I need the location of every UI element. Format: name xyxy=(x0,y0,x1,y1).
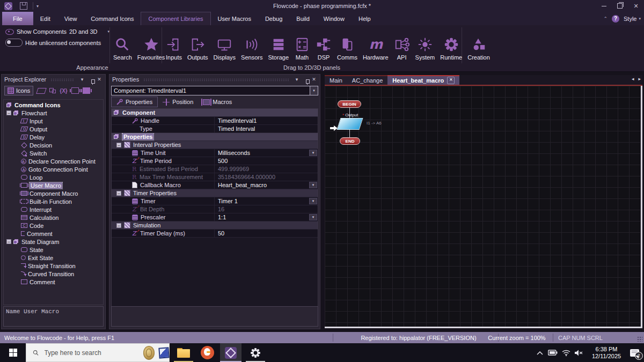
menu-user-macros[interactable]: User Macros xyxy=(211,12,258,25)
box-image[interactable] xyxy=(159,347,170,358)
storage-button[interactable]: Storage xyxy=(265,27,291,61)
chevron-down-icon[interactable]: ▾ xyxy=(310,86,318,95)
subgroup-timer-properties[interactable]: Timer Properties xyxy=(112,189,318,197)
restore-button[interactable] xyxy=(612,0,628,12)
toggle-off-icon[interactable] xyxy=(5,39,23,47)
property-row-type[interactable]: Type Timed Interval xyxy=(112,125,318,133)
tree-item-interrupt[interactable]: Interrupt xyxy=(4,205,103,213)
tab-properties[interactable]: Properties xyxy=(111,97,158,107)
property-row-callback-macro[interactable]: Callback Macro Heart_beat_macro▾ xyxy=(112,181,318,189)
start-button[interactable] xyxy=(0,343,26,362)
group-row-properties[interactable]: Properties xyxy=(112,133,318,141)
tray-expand-button[interactable] xyxy=(535,343,545,362)
flowchart-canvas[interactable]: BEGIN * Output I1 -> A6 END xyxy=(325,85,642,328)
duckduckgo-button[interactable] xyxy=(196,343,218,362)
canvas-horizontal-scrollbar[interactable] xyxy=(325,327,641,328)
close-button[interactable]: ✕ xyxy=(628,0,644,12)
component-selector[interactable]: Component: TimedInterval1 ▾ xyxy=(111,86,318,95)
menu-view[interactable]: View xyxy=(57,12,84,25)
menu-command-icons[interactable]: Command Icons xyxy=(84,12,141,25)
panel-drag-handle[interactable] xyxy=(143,78,289,81)
output-icon-shape[interactable] xyxy=(336,118,363,130)
tree-item-straight-transition[interactable]: Straight Transition xyxy=(4,262,103,270)
tree-group-flowchart[interactable]: Flowchart xyxy=(4,109,103,117)
hide-unlicensed-control[interactable]: Hide unlicensed components xyxy=(5,39,101,47)
hardware-button[interactable]: m Hardware xyxy=(360,27,391,61)
close-icon[interactable]: ✕ xyxy=(96,77,103,82)
tree-item-curved-transition[interactable]: Curved Transition xyxy=(4,270,103,278)
close-tab-icon[interactable] xyxy=(447,77,455,84)
tree-item-component-macro[interactable]: Component Macro xyxy=(4,189,103,197)
canvas-vertical-scrollbar[interactable] xyxy=(641,86,642,328)
panel-menu-icon[interactable]: ▾ xyxy=(79,77,85,82)
api-button[interactable]: API xyxy=(391,27,413,61)
tree-item-input[interactable]: Input xyxy=(4,117,103,125)
collapse-icon[interactable] xyxy=(116,191,121,196)
group-row-component[interactable]: Component xyxy=(112,109,318,117)
collapse-icon[interactable] xyxy=(116,143,121,147)
battery-status[interactable] xyxy=(546,343,559,362)
show-components-value[interactable]: 2D and 3D xyxy=(69,28,98,35)
tree-item-code[interactable]: Code xyxy=(4,221,103,230)
tree-root[interactable]: Command Icons xyxy=(4,101,103,109)
menu-build[interactable]: Build xyxy=(289,12,316,25)
tree-item-delay[interactable]: Delay xyxy=(4,133,103,141)
property-row-handle[interactable]: Handle TimedInterval1 xyxy=(112,117,318,125)
runtime-button[interactable]: Runtime xyxy=(437,27,465,61)
comms-button[interactable]: Comms xyxy=(334,27,360,61)
tree-item-exit-state[interactable]: Exit State xyxy=(4,254,103,262)
property-row-timer-delay[interactable]: Timer Delay (ms) 50 xyxy=(112,230,318,238)
action-center-button[interactable]: 2 xyxy=(625,343,644,362)
tree-item-calculation[interactable]: Calculation xyxy=(4,213,103,221)
search-input[interactable] xyxy=(43,349,126,357)
components-filter-icon[interactable] xyxy=(49,88,56,93)
tab-macros[interactable]: Macros xyxy=(198,97,237,107)
close-icon[interactable]: ✕ xyxy=(311,77,317,82)
sensors-button[interactable]: Sensors xyxy=(238,27,265,61)
medal-image[interactable] xyxy=(143,346,155,360)
tab-position[interactable]: Position xyxy=(158,97,198,107)
tree-item-output[interactable]: Output xyxy=(4,125,103,133)
settings-button[interactable] xyxy=(245,343,266,362)
math-button[interactable]: Math xyxy=(291,27,313,61)
collapse-icon[interactable] xyxy=(6,239,11,244)
collapse-icon[interactable] xyxy=(6,110,11,115)
panel-drag-handle[interactable] xyxy=(50,78,75,81)
dsp-button[interactable]: DSP xyxy=(313,27,334,61)
property-row-prescaler[interactable]: Prescaler 1:1▾ xyxy=(112,213,318,221)
scroll-tabs-right-icon[interactable]: ▸ xyxy=(638,76,641,82)
favourites-button[interactable]: Favourites xyxy=(135,27,167,61)
property-row-time-period[interactable]: Time Period 500 xyxy=(112,157,318,165)
volume-status[interactable] xyxy=(572,343,585,362)
chevron-down-icon[interactable]: ▾ xyxy=(309,150,317,156)
system-button[interactable]: System xyxy=(413,27,438,61)
chevron-down-icon[interactable]: ▾ xyxy=(309,198,317,204)
tree-item-comment[interactable]: Comment xyxy=(4,230,103,238)
tree-item-loop[interactable]: Loop xyxy=(4,173,103,181)
style-dropdown[interactable]: Style▾ xyxy=(624,16,641,22)
resize-grip[interactable] xyxy=(637,336,642,342)
menu-debug[interactable]: Debug xyxy=(258,12,289,25)
flowcode-taskbar-button[interactable] xyxy=(220,343,241,362)
variables-filter-icon[interactable]: {X} xyxy=(60,88,67,94)
collapse-ribbon-icon[interactable]: ⌃ xyxy=(603,16,608,21)
tree-group-state-diagram[interactable]: State Diagram xyxy=(4,238,103,246)
tab-main[interactable]: Main xyxy=(325,75,347,85)
outputs-button[interactable]: Outputs xyxy=(185,27,211,61)
chevron-down-icon[interactable]: ▾ xyxy=(309,214,317,220)
tree-item-switch[interactable]: Switch xyxy=(4,149,103,157)
subgroup-simulation[interactable]: Simulation xyxy=(112,221,318,230)
tree-item-goto-connection-point[interactable]: Goto Connection Point xyxy=(4,165,103,173)
tree-item-state-comment[interactable]: Comment xyxy=(4,278,103,286)
file-explorer-button[interactable] xyxy=(173,343,194,362)
wifi-status[interactable] xyxy=(560,343,572,362)
chevron-down-icon[interactable]: ▾ xyxy=(309,182,317,188)
search-button[interactable]: Search xyxy=(111,27,135,61)
menu-help[interactable]: Help xyxy=(352,12,378,25)
icons-view-button[interactable]: Icons xyxy=(4,86,33,95)
io-filter-icon[interactable] xyxy=(36,88,47,94)
menu-component-libraries[interactable]: Component Libraries xyxy=(141,12,210,25)
tab-heart-beat-macro[interactable]: Heart_beat_macro xyxy=(387,75,459,85)
end-terminal[interactable]: END xyxy=(340,137,360,145)
tree-item-decision[interactable]: Decision xyxy=(4,141,103,149)
